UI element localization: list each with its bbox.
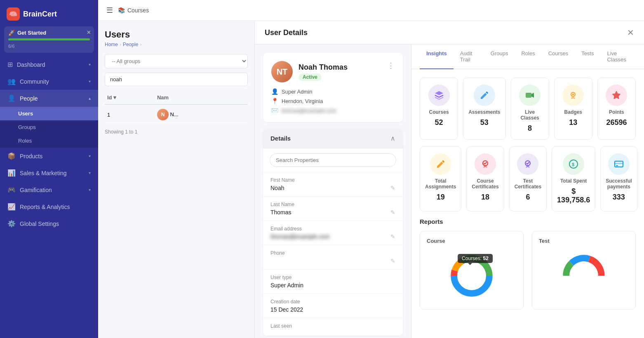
- star-icon: [611, 90, 621, 100]
- people-icon: 👤: [7, 94, 16, 102]
- svg-rect-9: [616, 165, 618, 166]
- more-options-icon[interactable]: ⋮: [387, 61, 395, 70]
- assignments-stat-label: Total Assignments: [425, 178, 456, 190]
- logo-icon: 🧠: [7, 7, 20, 21]
- user-type-value: Super Admin: [270, 282, 303, 289]
- card-icon: [614, 159, 624, 169]
- rocket-icon: 🚀: [8, 30, 15, 36]
- courses-stat-label: Courses: [429, 109, 449, 115]
- sidebar-item-reports[interactable]: 📈 Reports & Analytics: [0, 198, 98, 215]
- search-properties-input[interactable]: [270, 153, 396, 167]
- svg-point-1: [571, 92, 576, 97]
- course-donut-chart: [443, 255, 501, 296]
- test-cert-stat-value: 6: [526, 193, 530, 202]
- details-title: Details: [270, 135, 291, 142]
- location-icon: 📍: [271, 98, 278, 104]
- details-section-header: Details ∧: [263, 129, 403, 148]
- field-email: Email address thomas@example.com ✎: [263, 221, 403, 245]
- sidebar-item-people[interactable]: 👤 People ▴: [0, 90, 98, 107]
- pencil-icon: [479, 90, 489, 100]
- user-search-input[interactable]: [105, 73, 248, 86]
- chevron-down-icon: ▾: [89, 154, 91, 158]
- group-filter-select[interactable]: -- All groups: [105, 54, 248, 68]
- sidebar-item-roles[interactable]: Roles: [0, 134, 98, 148]
- table-header-id: Id ▾: [105, 91, 155, 104]
- sidebar-item-dashboard[interactable]: ⊞ Dashboard ▾: [0, 56, 98, 73]
- field-first-name: First Name Noah ✎: [263, 172, 403, 197]
- get-started-close[interactable]: ✕: [87, 30, 91, 35]
- tab-live-classes[interactable]: Live Classes: [600, 45, 636, 69]
- tab-insights[interactable]: Insights: [420, 45, 454, 69]
- progress-count: 6/6: [8, 44, 14, 49]
- sidebar-item-label: Products: [20, 153, 85, 160]
- course-chart-card: Course Courses: 52: [420, 231, 524, 310]
- sidebar-item-label: Dashboard: [17, 61, 85, 68]
- points-stat-label: Points: [609, 109, 624, 115]
- sidebar-item-gamification[interactable]: 🎮 Gamification ▾: [0, 181, 98, 198]
- sidebar-item-settings[interactable]: ⚙️ Global Settings: [0, 215, 98, 232]
- payments-stat-icon: [608, 153, 630, 175]
- users-list-panel: Users Home › People › -- All groups Id ▾…: [98, 21, 255, 338]
- settings-icon: ⚙️: [7, 220, 16, 228]
- get-started-banner[interactable]: 🚀 Get Started ✕ 6/6: [4, 26, 94, 53]
- stat-total-assignments: Total Assignments 19: [420, 146, 461, 211]
- breadcrumb-people[interactable]: People: [123, 42, 138, 47]
- reports-icon: 📈: [7, 203, 16, 211]
- detail-left-column: NT Noah Thomas Active ⋮ 👤 S: [255, 45, 411, 338]
- svg-rect-8: [615, 163, 623, 164]
- user-role: Super Admin: [282, 89, 312, 95]
- user-role-item: 👤 Super Admin: [271, 88, 395, 95]
- tab-audit-trail[interactable]: Audit Trail: [454, 45, 484, 69]
- test-donut-wrapper: [539, 249, 629, 303]
- sidebar-item-label: Global Settings: [20, 221, 91, 227]
- test-cert-icon: [523, 159, 533, 169]
- tab-tests[interactable]: Tests: [575, 45, 600, 69]
- live-classes-stat-icon: [519, 84, 541, 106]
- phone-label: Phone: [270, 250, 395, 256]
- edit-first-name-icon[interactable]: ✎: [390, 185, 395, 191]
- email-icon: ✉️: [271, 107, 278, 114]
- sidebar-item-products[interactable]: 📦 Products ▾: [0, 148, 98, 164]
- reports-section: Reports Course Courses: 52: [420, 218, 636, 310]
- user-card-info: NT Noah Thomas Active: [271, 61, 348, 82]
- field-phone: Phone ✎: [263, 245, 403, 270]
- edit-email-icon[interactable]: ✎: [390, 233, 395, 240]
- tab-courses[interactable]: Courses: [542, 45, 575, 69]
- detail-body: NT Noah Thomas Active ⋮ 👤 S: [255, 45, 644, 338]
- breadcrumb-home[interactable]: Home: [105, 42, 118, 47]
- gamification-icon: 🎮: [7, 186, 16, 194]
- field-user-type: User type Super Admin: [263, 270, 403, 294]
- page-title: Users: [105, 29, 248, 40]
- topbar-courses: 📚 Courses: [118, 7, 149, 14]
- tab-roles[interactable]: Roles: [515, 45, 541, 69]
- detail-panel-title: User Details: [265, 28, 308, 37]
- points-stat-value: 26596: [606, 118, 627, 127]
- badges-stat-label: Badges: [564, 109, 582, 115]
- collapse-icon[interactable]: ∧: [390, 134, 395, 142]
- courses-stat-icon: [428, 84, 450, 106]
- people-subnav: Users Groups Roles: [0, 107, 98, 148]
- last-seen-label: Last seen: [270, 323, 395, 329]
- app-name: BrainCert: [23, 10, 57, 19]
- test-cert-stat-icon: [517, 153, 538, 175]
- menu-toggle[interactable]: ☰: [106, 6, 113, 15]
- stat-test-cert: Test Certificates 6: [509, 146, 547, 211]
- table-row[interactable]: 1 N N...: [105, 104, 248, 125]
- tab-groups[interactable]: Groups: [484, 45, 515, 69]
- community-icon: 👥: [7, 77, 16, 85]
- sidebar: 🧠 BrainCert 🚀 Get Started ✕ 6/6 ⊞ Dashbo…: [0, 0, 98, 338]
- stat-points: Points 26596: [597, 77, 636, 140]
- sidebar-item-sales[interactable]: 📊 Sales & Marketing ▾: [0, 164, 98, 181]
- edit-phone-icon[interactable]: ✎: [390, 258, 395, 264]
- assignment-icon: [436, 159, 446, 169]
- detail-close-button[interactable]: ✕: [627, 28, 634, 38]
- sidebar-item-label: Reports & Analytics: [20, 204, 91, 210]
- sidebar-item-community[interactable]: 👥 Community ▾: [0, 73, 98, 90]
- edit-last-name-icon[interactable]: ✎: [390, 209, 395, 216]
- sidebar-item-groups[interactable]: Groups: [0, 120, 98, 134]
- sidebar-item-users[interactable]: Users: [0, 107, 98, 120]
- assessments-stat-icon: [474, 84, 495, 106]
- pagination-info: Showing 1 to 1: [105, 129, 248, 135]
- svg-rect-0: [526, 93, 531, 98]
- reports-title: Reports: [420, 218, 636, 225]
